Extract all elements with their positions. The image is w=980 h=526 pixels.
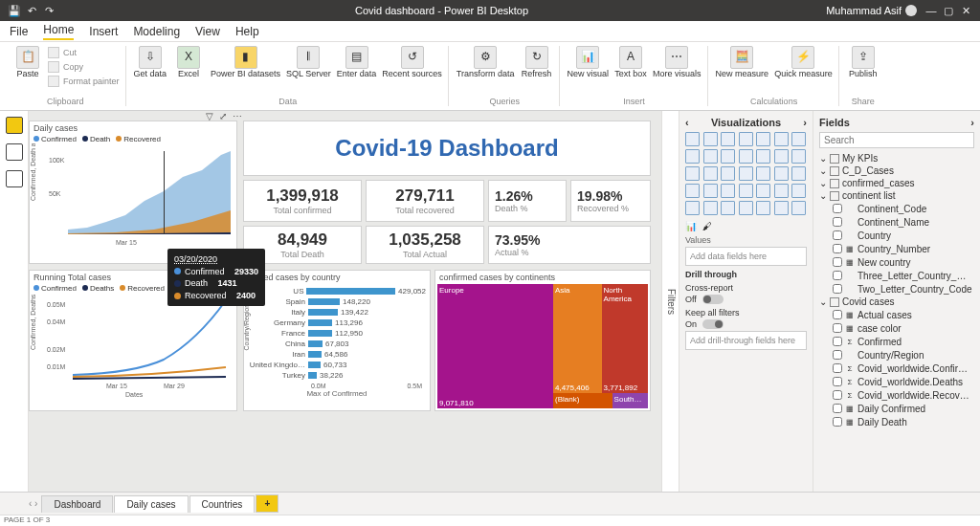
- bar-row[interactable]: China67,803: [248, 339, 426, 349]
- minimize-icon[interactable]: —: [923, 5, 940, 16]
- drill-well[interactable]: Add drill-through fields here: [685, 331, 807, 350]
- page-tab[interactable]: Countries: [189, 495, 256, 513]
- viz-icon[interactable]: [774, 149, 789, 164]
- page-tab[interactable]: Daily cases: [114, 495, 188, 513]
- field-item[interactable]: Two_Letter_Country_Code: [819, 282, 974, 296]
- format-painter-button[interactable]: Format painter: [48, 75, 120, 88]
- quick-measure-button[interactable]: ⚡Quick measure: [774, 46, 833, 79]
- field-item[interactable]: ▦Daily Confirmed: [819, 402, 974, 415]
- viz-icon[interactable]: [703, 132, 718, 146]
- viz-icon[interactable]: [774, 201, 789, 215]
- redo-icon[interactable]: ↷: [40, 5, 57, 17]
- format-icon[interactable]: 🖌: [702, 221, 712, 231]
- model-view-icon[interactable]: [6, 170, 23, 187]
- viz-icon[interactable]: [685, 184, 700, 198]
- menu-view[interactable]: View: [195, 25, 220, 38]
- paste-button[interactable]: 📋Paste: [11, 46, 44, 88]
- viz-icon[interactable]: [791, 132, 806, 146]
- cases-by-country-chart[interactable]: …med cases by country US429,052Spain148,…: [243, 270, 431, 411]
- get-data-button[interactable]: ⇩Get data: [134, 46, 167, 79]
- viz-icon[interactable]: [791, 201, 806, 215]
- transform-data-button[interactable]: ⚙Transform data: [457, 46, 515, 79]
- save-icon[interactable]: 💾: [6, 5, 23, 17]
- viz-icon[interactable]: [739, 201, 753, 215]
- cross-report-toggle[interactable]: [702, 295, 724, 304]
- viz-icon[interactable]: [739, 132, 753, 146]
- cases-by-continent-chart[interactable]: confirmed cases by continents Europe9,07…: [434, 270, 651, 411]
- pbi-datasets-button[interactable]: ▮Power BI datasets: [211, 46, 280, 79]
- field-item[interactable]: ▦case color: [819, 321, 974, 335]
- publish-button[interactable]: ⇪Publish: [847, 46, 880, 79]
- excel-button[interactable]: XExcel: [172, 46, 205, 79]
- filters-pane[interactable]: ‹Filters: [661, 111, 679, 492]
- treemap-box[interactable]: Asia4,475,406: [553, 284, 602, 393]
- viz-icon[interactable]: [756, 166, 770, 181]
- bar-row[interactable]: Iran64,586: [248, 349, 426, 360]
- field-item[interactable]: ΣConfirmed: [819, 335, 974, 348]
- viz-icon[interactable]: [739, 184, 753, 198]
- bar-row[interactable]: US429,052: [248, 286, 426, 296]
- table-item[interactable]: ⌄continent list: [819, 189, 974, 202]
- field-item[interactable]: ▦Daily Death: [819, 415, 974, 428]
- treemap-box[interactable]: Europe9,071,810: [437, 284, 553, 408]
- table-item[interactable]: ⌄My KPIs: [819, 152, 974, 164]
- bar-row[interactable]: France112,950: [248, 328, 426, 339]
- viz-icon[interactable]: [774, 184, 789, 198]
- viz-icon[interactable]: [791, 184, 806, 198]
- data-view-icon[interactable]: [6, 143, 23, 161]
- close-icon[interactable]: ✕: [957, 5, 974, 17]
- viz-icon[interactable]: [774, 132, 789, 146]
- viz-icon[interactable]: [703, 201, 718, 215]
- report-view-icon[interactable]: [6, 117, 23, 134]
- menu-help[interactable]: Help: [235, 25, 259, 38]
- viz-icon[interactable]: [703, 184, 718, 198]
- recent-sources-button[interactable]: ↺Recent sources: [382, 46, 442, 79]
- viz-icon[interactable]: [774, 166, 789, 181]
- page-tab[interactable]: Dashboard: [41, 495, 113, 513]
- field-item[interactable]: Three_Letter_Country_Code: [819, 269, 974, 282]
- cut-button[interactable]: Cut: [48, 46, 120, 59]
- viz-icon[interactable]: [791, 149, 806, 164]
- menu-modeling[interactable]: Modeling: [133, 25, 180, 38]
- field-item[interactable]: Country: [819, 229, 974, 242]
- viz-icon[interactable]: [756, 184, 770, 198]
- treemap-box[interactable]: (Blank): [553, 393, 612, 408]
- add-page-button[interactable]: +: [256, 494, 278, 513]
- viz-icon[interactable]: [721, 166, 735, 181]
- undo-icon[interactable]: ↶: [23, 5, 40, 17]
- field-item[interactable]: ▦Actual cases: [819, 308, 974, 321]
- report-canvas[interactable]: ▽ ⤢ ⋯ Daily cases ConfirmedDeathRecovere…: [29, 111, 661, 492]
- viz-icon[interactable]: [791, 166, 806, 181]
- viz-icon[interactable]: [703, 149, 718, 164]
- viz-icon[interactable]: [703, 166, 718, 181]
- user-label[interactable]: Muhammad Asif: [826, 5, 917, 16]
- fields-search-input[interactable]: [819, 132, 974, 148]
- keep-filters-toggle[interactable]: [702, 319, 724, 329]
- bar-row[interactable]: Italy139,422: [248, 307, 426, 318]
- viz-icon[interactable]: [721, 201, 735, 215]
- viz-icon[interactable]: [756, 132, 770, 146]
- field-item[interactable]: ▦Country_Number: [819, 242, 974, 255]
- viz-icon[interactable]: [685, 201, 700, 215]
- more-visuals-button[interactable]: ⋯More visuals: [653, 46, 702, 79]
- viz-icon[interactable]: [756, 201, 770, 215]
- field-item[interactable]: ΣCovid_worldwide.Deaths: [819, 375, 974, 388]
- text-box-button[interactable]: AText box: [614, 46, 647, 79]
- field-item[interactable]: Continent_Name: [819, 215, 974, 229]
- enter-data-button[interactable]: ▤Enter data: [337, 46, 377, 79]
- viz-icon[interactable]: [685, 149, 700, 164]
- viz-icon[interactable]: [685, 132, 700, 146]
- viz-icon[interactable]: [756, 149, 770, 164]
- new-visual-button[interactable]: 📊New visual: [568, 46, 610, 79]
- table-item[interactable]: ⌄confirmed_cases: [819, 177, 974, 189]
- field-item[interactable]: Continent_Code: [819, 202, 974, 215]
- table-item[interactable]: ⌄C_D_Cases: [819, 164, 974, 177]
- menu-insert[interactable]: Insert: [89, 25, 118, 38]
- field-item[interactable]: Country/Region: [819, 348, 974, 362]
- refresh-button[interactable]: ↻Refresh: [521, 46, 553, 79]
- viz-icon[interactable]: [739, 166, 753, 181]
- fields-icon[interactable]: 📊: [685, 221, 697, 231]
- bar-row[interactable]: Spain148,220: [248, 296, 426, 307]
- treemap-box[interactable]: North America3,771,892: [602, 284, 648, 393]
- field-item[interactable]: ΣCovid_worldwide.Confirmed: [819, 362, 974, 375]
